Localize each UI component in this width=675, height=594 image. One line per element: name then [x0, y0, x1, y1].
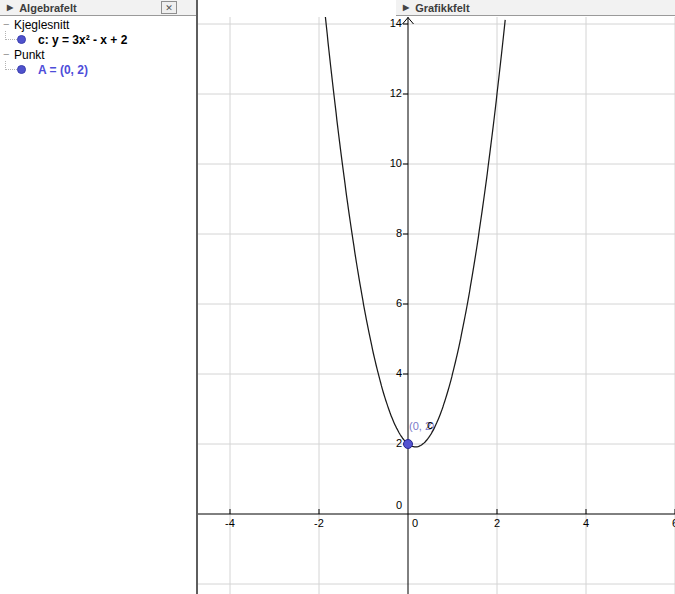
tree-group-punkt[interactable]: − Punkt	[0, 47, 196, 62]
graph-labels-layer: -4-2246024681012140(0, 2)c	[198, 0, 675, 594]
y-axis-tick-label: 12	[362, 87, 402, 100]
tree-item-point[interactable]: A = (0, 2)	[0, 62, 196, 77]
tree-item-conic[interactable]: c: y = 3x² - x + 2	[0, 32, 196, 47]
algebra-panel-title: Algebrafelt	[19, 2, 76, 14]
y-axis-tick-label: 6	[362, 297, 402, 310]
y-axis-tick-label: 14	[362, 17, 402, 30]
x-axis-tick-label: 2	[477, 517, 517, 530]
algebra-header: ▶ Algebrafelt ✕	[0, 0, 196, 16]
conic-equation: c: y = 3x² - x + 2	[38, 33, 127, 47]
group-label: Kjeglesnitt	[14, 18, 69, 32]
algebra-tree: − Kjeglesnitt c: y = 3x² - x + 2 − Punkt…	[0, 17, 196, 77]
y-axis-tick-label: 10	[362, 157, 402, 170]
geogebra-window: ▶ Algebrafelt ✕ − Kjeglesnitt c: y = 3x²…	[0, 0, 675, 594]
x-axis-tick-label: 6	[655, 517, 675, 530]
collapse-toggle-icon[interactable]: −	[0, 49, 14, 60]
y-axis-tick-label: 4	[362, 367, 402, 380]
collapse-toggle-icon[interactable]: −	[0, 19, 14, 30]
tree-group-kjeglesnitt[interactable]: − Kjeglesnitt	[0, 17, 196, 32]
y-axis-tick-label: 8	[362, 227, 402, 240]
object-bullet-icon[interactable]	[17, 65, 26, 74]
graphics-header: ▶ Grafikkfelt	[396, 0, 675, 16]
y-axis-zero-label: 0	[362, 499, 402, 512]
graphics-panel-title: Grafikkfelt	[415, 2, 469, 14]
group-label: Punkt	[14, 48, 45, 62]
algebra-view: ▶ Algebrafelt ✕ − Kjeglesnitt c: y = 3x²…	[0, 0, 196, 594]
x-axis-tick-label: -4	[210, 517, 250, 530]
tree-connector	[5, 31, 17, 40]
x-axis-zero-label: 0	[395, 517, 435, 530]
tree-connector	[5, 61, 17, 70]
object-bullet-icon[interactable]	[17, 35, 26, 44]
collapse-triangle-icon[interactable]: ▶	[403, 4, 409, 12]
x-axis-tick-label: -2	[299, 517, 339, 530]
conic-label[interactable]: c	[427, 419, 433, 432]
y-axis-tick-label: 2	[362, 437, 402, 450]
point-definition: A = (0, 2)	[38, 63, 88, 77]
graphics-view[interactable]: -4-2246024681012140(0, 2)c ▶ Grafikkfelt	[198, 0, 675, 594]
x-axis-tick-label: 4	[566, 517, 606, 530]
collapse-triangle-icon[interactable]: ▶	[7, 4, 13, 12]
close-icon[interactable]: ✕	[161, 1, 177, 14]
